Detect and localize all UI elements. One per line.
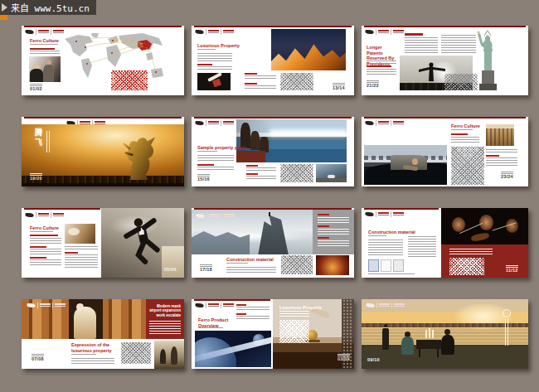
- golden-sky-photo: 腾飞 19/20: [22, 124, 184, 186]
- text-block: [405, 37, 438, 53]
- spread-01-02: Ferro Culture 01/02: [22, 26, 184, 95]
- brand-swoosh-icon: [195, 119, 234, 126]
- candle: [429, 328, 430, 338]
- hatch-placeholder: [280, 164, 313, 182]
- page-number: 19/20: [30, 177, 42, 181]
- mountain-photo: [271, 29, 346, 70]
- jumping-man-photo: 05/06: [101, 208, 184, 278]
- spread-title: Construction material: [226, 257, 274, 263]
- spread-title: Luxurious Property: [197, 43, 240, 49]
- spread-19-20: 腾飞 19/20: [22, 117, 184, 186]
- candle: [425, 330, 427, 338]
- spread-15-16: Sample property plans 15/16: [192, 117, 354, 186]
- spread-11-12: Construction material 11/12: [362, 208, 528, 278]
- text-block: [408, 236, 436, 258]
- text-block: [198, 327, 223, 330]
- text-block: [30, 259, 61, 266]
- text-block: [197, 167, 234, 172]
- text-block: [30, 44, 58, 46]
- brand-swoosh-icon: [365, 119, 404, 126]
- statue-of-liberty-figure: [474, 27, 501, 92]
- right-page-title: Luxurious Property: [279, 305, 322, 311]
- page-number: 05/06: [164, 268, 177, 273]
- brand-swoosh-icon: [195, 28, 234, 35]
- text-block: [318, 240, 349, 248]
- certificate-thumb: [381, 259, 391, 272]
- brand-swoosh-icon: [196, 212, 235, 219]
- brand-swoosh-icon: [25, 211, 64, 218]
- text-block: [245, 75, 276, 80]
- watermark-corner: [0, 15, 7, 20]
- brand-swoosh-icon: [366, 302, 405, 308]
- text-block: [279, 311, 309, 317]
- certificate-thumb: [368, 259, 379, 272]
- hatch-placeholder: [111, 70, 148, 90]
- text-block: [441, 35, 476, 53]
- sunset-dinner-photo: 09/10: [362, 299, 528, 369]
- spread-title: Ferro Culture: [30, 38, 59, 44]
- waiter-figure: [382, 328, 389, 350]
- text-block: [226, 263, 248, 265]
- athlete-photo: [197, 73, 231, 90]
- hands-photo: [65, 224, 95, 244]
- people-photo: [29, 56, 61, 82]
- man-in-car-photo: [364, 145, 447, 185]
- brand-swoosh-icon: [195, 302, 234, 308]
- hatch-placeholder: [279, 320, 309, 343]
- spread-23-24: Ferro Culture 23/24: [362, 117, 528, 186]
- coastal-road-photo: [316, 164, 347, 182]
- text-block: [197, 151, 217, 153]
- chess-photo: [154, 341, 184, 369]
- text-block: [149, 321, 181, 334]
- page-number: 03/04: [337, 357, 350, 362]
- checker-overlay: [444, 74, 478, 90]
- text-block: [30, 238, 61, 244]
- brand-swoosh-icon: [27, 302, 66, 308]
- seated-man: [441, 335, 454, 355]
- seated-woman: [401, 336, 414, 355]
- vertical-title-mark: [505, 319, 508, 346]
- page-number: 17/18: [200, 268, 212, 273]
- spread-17-18: 17/18 Construction material: [192, 208, 354, 278]
- page-number: 07/08: [32, 357, 44, 362]
- calligraphy-title: 腾飞: [33, 128, 44, 148]
- text-block: [245, 85, 276, 90]
- hatch-placeholder: [449, 258, 484, 275]
- brand-swoosh-icon: [365, 28, 404, 35]
- maroon-panel: Modern mask airport expansion work escal…: [146, 299, 184, 339]
- tiny-person: [269, 212, 270, 216]
- text-block: [71, 358, 114, 365]
- page-number: 01/02: [30, 87, 42, 92]
- text-block: [451, 129, 473, 132]
- template-preview-sheet: { "watermark": { "label": "来自 www.5tu.cn…: [0, 0, 539, 392]
- candle: [432, 330, 434, 338]
- text-block: [486, 157, 517, 166]
- text-block: [451, 137, 479, 143]
- text-block: [65, 254, 98, 268]
- text-block: [368, 273, 415, 276]
- watermark-bar: 来自 www.5tu.cn: [0, 0, 96, 15]
- certificate-thumb: [393, 259, 404, 272]
- spread-title: Construction material: [368, 230, 415, 235]
- text-block: [197, 66, 232, 71]
- hatch-placeholder: [121, 342, 151, 364]
- page-number: 23/24: [501, 175, 513, 180]
- text-block: [368, 240, 403, 256]
- spread-title: Ferro Culture: [30, 225, 59, 231]
- text-block: [318, 217, 349, 223]
- text-block: [226, 267, 276, 273]
- spread-title: Expression of the luxurious property: [71, 342, 113, 353]
- hatch-placeholder: [280, 73, 313, 90]
- text-block: [318, 229, 349, 235]
- text-block: [30, 231, 53, 234]
- spread-13-14: Luxurious Property 13/14: [192, 26, 354, 95]
- statue-figure: [74, 307, 96, 339]
- page-number: 15/16: [197, 177, 210, 182]
- spread-title: Ferro Culture: [451, 123, 480, 129]
- maroon-panel: 11/12: [441, 244, 528, 278]
- dinner-table: [416, 340, 441, 349]
- page-number: 11/12: [506, 269, 517, 273]
- building-photo: [486, 124, 514, 146]
- seal-mark: [503, 309, 511, 317]
- vertical-text-block: [46, 131, 52, 152]
